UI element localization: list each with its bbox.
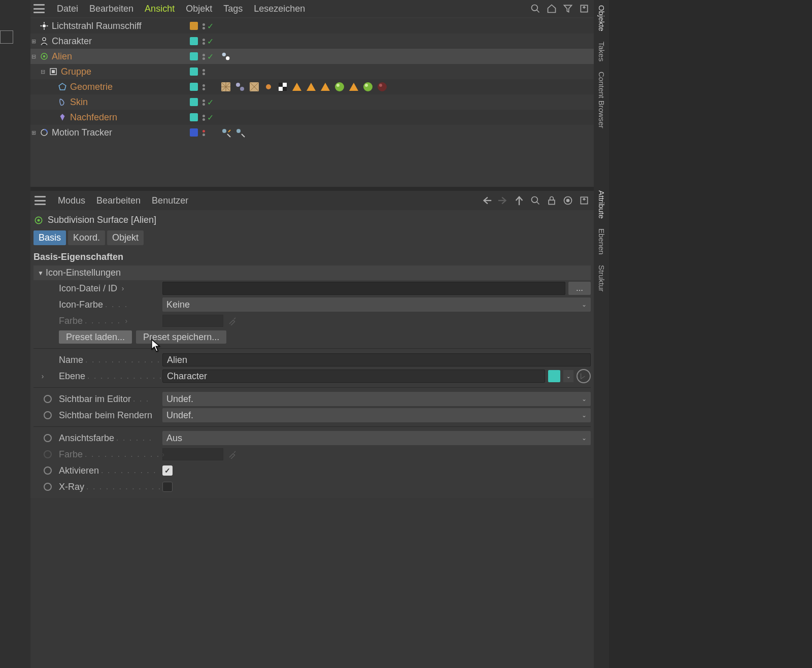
tree-label[interactable]: Nachfedern [70,112,117,123]
tag-weight[interactable] [233,80,247,93]
nav-up-icon[interactable] [514,195,525,206]
preset-save-button[interactable]: Preset speichern... [136,330,226,344]
lock-icon[interactable] [546,195,557,206]
collapse-icon[interactable]: ⊟ [40,69,46,75]
menu-mode[interactable]: Modus [58,195,85,206]
layer-target-icon[interactable] [577,369,591,383]
chevron-right-icon[interactable]: › [39,372,46,380]
search-icon[interactable] [530,3,541,14]
tab-takes[interactable]: Takes [596,40,607,63]
anim-radio[interactable] [44,395,52,403]
enable-check[interactable]: ✓ [207,113,217,122]
tag-tri1[interactable] [290,80,303,93]
expand-icon[interactable]: ⊞ [30,129,37,136]
visibility-dots[interactable] [200,129,207,136]
tag-tri3[interactable] [319,80,332,93]
tree-row-charakter[interactable]: ⊞ Charakter ✓ [30,34,594,49]
preset-load-button[interactable]: Preset laden... [59,330,132,344]
menu-bookmarks[interactable]: Lesezeichen [254,4,305,14]
tree-row-gruppe[interactable]: ⊟ Gruppe [30,64,594,79]
tag-uvw[interactable] [219,80,232,93]
tag-vertex[interactable] [262,80,275,93]
group-icon-settings[interactable]: ▼ Icon-Einstellungen [33,265,591,280]
menu-edit[interactable]: Bearbeiten [89,4,133,14]
object-tree[interactable]: Lichtstrahl Raumschiff ✓ ⊞ Charakter ✓ ⊟ [30,17,594,187]
layer-swatch[interactable] [190,83,198,91]
dropdown-vis-render[interactable]: Undef.⌄ [162,408,591,422]
enable-check[interactable]: ✓ [207,21,217,31]
hamburger-icon[interactable] [33,195,47,206]
dropdown-display-color[interactable]: Aus⌄ [162,431,591,445]
tree-label[interactable]: Motion Tracker [52,127,112,138]
tag-tri4[interactable] [347,80,360,93]
enable-check[interactable]: ✓ [207,52,217,61]
dropdown-icon-color[interactable]: Keine⌄ [162,297,591,312]
tree-row-geometrie[interactable]: Geometrie [30,79,594,94]
layer-swatch[interactable] [190,128,198,137]
tab-coord[interactable]: Koord. [68,230,105,245]
visibility-dots[interactable] [200,114,207,121]
checkbox-activate[interactable]: ✓ [162,465,173,476]
collapse-icon[interactable]: ⊟ [30,53,37,59]
browse-button[interactable]: ... [568,282,591,295]
dropdown-vis-editor[interactable]: Undef.⌄ [162,392,591,406]
tab-structure[interactable]: Struktur [596,263,607,294]
anim-radio[interactable] [44,483,52,491]
menu-user[interactable]: Benutzer [152,195,188,206]
tree-row-skin[interactable]: Skin ✓ [30,94,594,110]
chevron-right-icon[interactable]: › [119,284,126,292]
visibility-dots[interactable] [200,38,207,45]
tree-label[interactable]: Gruppe [61,66,91,77]
tree-row-alien[interactable]: ⊟ Alien ✓ [30,49,594,64]
input-icon-file[interactable] [162,282,565,295]
layer-swatch[interactable] [190,22,198,30]
menu-object[interactable]: Objekt [186,4,212,14]
anim-radio[interactable] [44,466,52,475]
tab-object[interactable]: Objekt [107,230,144,245]
new-window-icon[interactable] [562,195,573,206]
enable-check[interactable]: ✓ [207,37,217,46]
layer-swatch[interactable] [190,52,198,60]
tab-attribute[interactable]: Attribute [596,188,607,221]
anim-radio[interactable] [44,434,52,442]
visibility-dots[interactable] [200,68,207,75]
tag-tri2[interactable] [304,80,318,93]
visibility-dots[interactable] [200,22,207,29]
tag-mat3[interactable] [376,80,389,93]
layer-swatch[interactable] [190,113,198,121]
tab-content-browser[interactable]: Content Browser [596,70,607,130]
tag-mat1[interactable] [333,80,346,93]
tab-objects[interactable]: Objekte [596,3,607,34]
filter-icon[interactable] [562,3,573,14]
layer-swatch[interactable] [190,68,198,76]
layer-swatch[interactable] [190,98,198,106]
visibility-dots[interactable] [200,98,207,106]
search-icon[interactable] [530,195,541,206]
nav-forward-icon[interactable] [497,195,509,206]
tab-layers[interactable]: Ebenen [596,226,607,257]
enable-check[interactable]: ✓ [207,97,217,107]
nav-back-icon[interactable] [481,195,492,206]
tree-label[interactable]: Geometrie [70,82,113,92]
menu-view[interactable]: Ansicht [145,4,175,14]
tree-label[interactable]: Skin [70,97,88,108]
tag-selection[interactable] [276,80,289,93]
tag-track1[interactable] [219,126,232,139]
layer-swatch[interactable] [190,37,198,45]
tab-basic[interactable]: Basis [33,230,66,245]
tag-mat2[interactable] [361,80,375,93]
tree-row-lichtstrahl[interactable]: Lichtstrahl Raumschiff ✓ [30,18,594,34]
maximize-icon[interactable] [579,3,590,14]
input-layer[interactable] [162,370,545,383]
visibility-dots[interactable] [200,83,207,90]
menu-file[interactable]: Datei [57,4,78,14]
menu-tags[interactable]: Tags [223,4,243,14]
checkbox-xray[interactable] [162,482,173,492]
tree-label[interactable]: Lichtstrahl Raumschiff [52,21,142,31]
tag-rig[interactable] [219,50,232,63]
tree-label[interactable]: Charakter [52,36,92,47]
home-icon[interactable] [546,3,557,14]
layer-color-swatch[interactable] [548,370,560,382]
visibility-dots[interactable] [200,53,207,60]
input-name[interactable] [162,353,591,366]
